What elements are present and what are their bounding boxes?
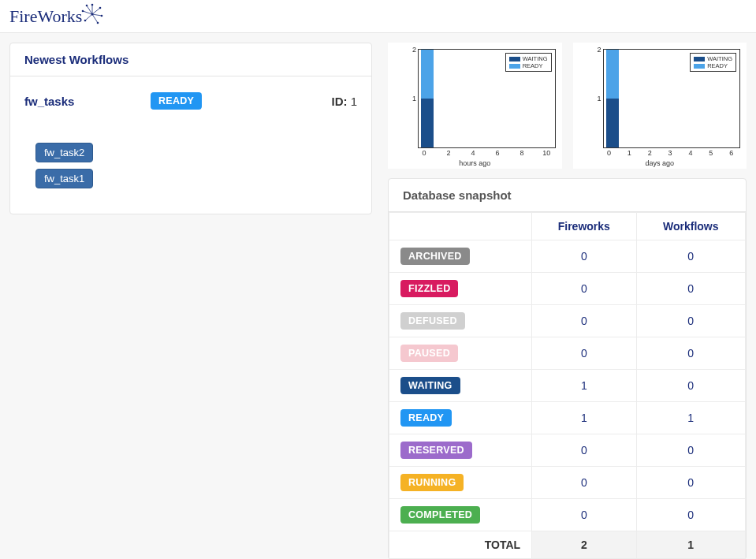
table-row: READY11 [389,402,746,434]
plot-area: WAITING READY 1 2 0 2 4 6 8 10 [418,49,556,148]
database-snapshot-panel: Database snapshot Fireworks Workflows AR… [388,178,747,559]
state-badge-archived[interactable]: ARCHIVED [400,248,470,265]
table-header-row: Fireworks Workflows [389,213,746,240]
workflow-state-badge: READY [151,92,202,110]
fireworks-count[interactable]: 0 [532,434,636,467]
bar-waiting [606,99,619,147]
state-cell: PAUSED [389,337,532,370]
workflows-count[interactable]: 0 [636,273,746,305]
svg-point-10 [97,21,99,24]
workflow-name-link[interactable]: fw_tasks [24,95,151,108]
main-content: Newest Workflows fw_tasks READY ID: 1 fw… [0,33,756,559]
hours-ago-chart: number of fireworks WAITING READY 1 2 0 … [388,43,562,169]
x-axis-label: days ago [573,159,747,167]
workflows-count[interactable]: 0 [636,337,746,370]
svg-point-14 [91,13,94,15]
firework-icon [80,3,104,25]
x-axis-label: hours ago [388,159,562,167]
workflows-count[interactable]: 0 [636,499,746,531]
svg-line-3 [92,14,98,23]
table-row: RUNNING00 [389,467,746,499]
task-chip-list: fw_task2 fw_task1 [24,124,357,192]
total-workflows: 1 [636,531,746,559]
state-badge-reserved[interactable]: RESERVED [400,442,472,459]
state-badge-fizzled[interactable]: FIZZLED [400,280,458,297]
workflows-count[interactable]: 0 [636,434,746,467]
app-logo[interactable]: FireWorks [9,6,102,27]
svg-point-7 [91,3,94,6]
snapshot-title: Database snapshot [389,179,746,212]
days-ago-chart: number of fireworks WAITING READY 1 2 0 … [573,43,747,169]
svg-line-2 [92,14,102,16]
fireworks-count[interactable]: 0 [532,499,636,531]
state-cell: COMPLETED [389,499,532,531]
charts-row: number of fireworks WAITING READY 1 2 0 … [388,43,747,169]
fireworks-count[interactable]: 1 [532,402,636,434]
logo-text: FireWorks [9,6,82,26]
fireworks-count[interactable]: 0 [532,273,636,305]
table-row: ARCHIVED00 [389,240,746,273]
state-badge-completed[interactable]: COMPLETED [400,506,480,524]
fireworks-count[interactable]: 0 [532,305,636,337]
state-cell: ARCHIVED [389,240,532,273]
panel-title: Newest Workflows [10,43,371,76]
chart-legend: WAITING READY [505,53,552,72]
col-state [389,213,532,240]
fireworks-count[interactable]: 0 [532,337,636,370]
state-badge-ready[interactable]: READY [400,409,452,427]
svg-point-12 [82,9,84,12]
bar-ready [421,50,434,99]
svg-point-9 [101,14,103,17]
workflows-count[interactable]: 0 [636,305,746,337]
fireworks-count[interactable]: 0 [532,240,636,273]
bar-stack [606,50,619,147]
table-row: PAUSED00 [389,337,746,370]
workflow-id: ID: 1 [331,95,357,108]
app-header: FireWorks [0,0,756,33]
workflows-count[interactable]: 0 [636,370,746,402]
state-cell: RUNNING [389,467,532,499]
table-row: RESERVED00 [389,434,746,467]
state-cell: RESERVED [389,434,532,467]
plot-area: WAITING READY 1 2 0 1 2 3 4 5 6 [603,49,741,148]
state-badge-defused[interactable]: DEFUSED [400,312,465,330]
total-label: TOTAL [389,531,532,559]
task-chip[interactable]: fw_task2 [35,143,93,162]
svg-point-11 [84,19,87,21]
svg-point-8 [99,6,102,9]
table-row: DEFUSED00 [389,305,746,337]
bar-waiting [421,99,434,147]
state-cell: WAITING [389,370,532,402]
table-row: WAITING10 [389,370,746,402]
col-workflows: Workflows [636,213,746,240]
state-badge-paused[interactable]: PAUSED [400,345,458,362]
total-fireworks: 2 [532,531,636,559]
svg-point-13 [86,4,88,6]
table-row: COMPLETED00 [389,499,746,531]
workflow-row: fw_tasks READY ID: 1 [24,89,357,124]
chart-legend: WAITING READY [690,53,736,72]
fireworks-count[interactable]: 1 [532,370,636,402]
state-cell: FIZZLED [389,273,532,305]
state-cell: DEFUSED [389,305,532,337]
workflows-count[interactable]: 0 [636,240,746,273]
table-total-row: TOTAL21 [389,531,746,559]
workflows-count[interactable]: 1 [636,402,746,434]
state-badge-waiting[interactable]: WAITING [400,377,460,394]
state-badge-running[interactable]: RUNNING [400,474,464,491]
svg-line-4 [85,14,92,20]
snapshot-table: Fireworks Workflows ARCHIVED00FIZZLED00D… [389,212,746,559]
state-cell: READY [389,402,532,434]
col-fireworks: Fireworks [532,213,636,240]
svg-line-1 [92,8,100,14]
newest-workflows-panel: Newest Workflows fw_tasks READY ID: 1 fw… [9,43,372,214]
bar-ready [606,50,619,99]
workflows-count[interactable]: 0 [636,467,746,499]
table-row: FIZZLED00 [389,273,746,305]
fireworks-count[interactable]: 0 [532,467,636,499]
task-chip[interactable]: fw_task1 [35,169,93,188]
bar-stack [421,50,434,147]
